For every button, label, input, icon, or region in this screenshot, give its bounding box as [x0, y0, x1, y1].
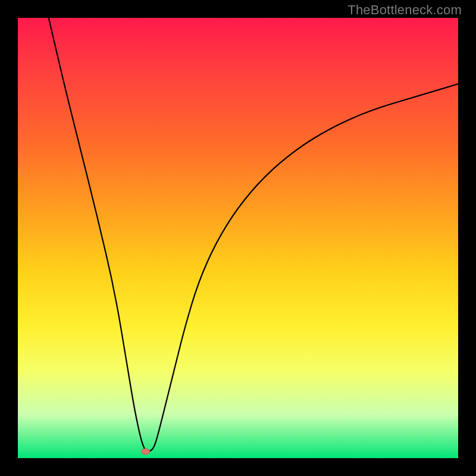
optimal-point-marker [142, 449, 150, 455]
plot-area [18, 18, 458, 458]
attribution-text: TheBottleneck.com [347, 2, 462, 18]
chart-frame: TheBottleneck.com [0, 0, 476, 476]
curve-svg [18, 18, 458, 458]
bottleneck-curve [49, 18, 458, 452]
